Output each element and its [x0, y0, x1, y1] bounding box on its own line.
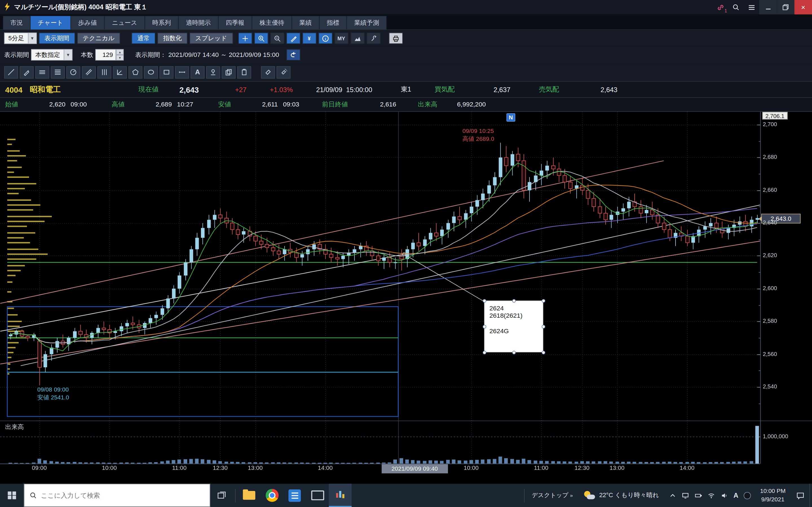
desktop-toolbar[interactable]: デスクトップ»	[527, 492, 578, 499]
draw-tool-segment[interactable]	[175, 66, 189, 78]
period-mode-select[interactable]: 本数指定 ▼	[31, 49, 72, 60]
taskbar-app-explorer[interactable]	[238, 484, 260, 507]
ime-indicator[interactable]: A	[733, 492, 738, 499]
tab-tick[interactable]: 歩み値	[71, 16, 105, 30]
resize-handle[interactable]	[483, 351, 486, 354]
draw-tool-ellipse[interactable]	[144, 66, 158, 78]
draw-tool-text[interactable]: A	[191, 66, 205, 78]
drawing-note-box[interactable]: 2624 2618(2621) 2624G	[484, 300, 543, 352]
reset-period-button[interactable]	[287, 49, 301, 60]
resize-handle[interactable]	[483, 325, 486, 328]
tray-expand-icon[interactable]	[669, 492, 677, 499]
start-button[interactable]	[0, 484, 24, 507]
battery-icon[interactable]	[695, 492, 703, 499]
draw-tool-vertical-lines[interactable]	[97, 66, 111, 78]
price-chart-canvas[interactable]	[0, 112, 812, 475]
taskbar-search[interactable]	[24, 484, 210, 507]
tab-news[interactable]: ニュース	[105, 16, 145, 30]
news-marker[interactable]: N	[506, 113, 515, 121]
taskbar-app-capture[interactable]	[306, 484, 329, 507]
normal-button[interactable]: 通常	[132, 33, 155, 44]
draw-tool-pencil[interactable]	[20, 66, 34, 78]
count-value[interactable]: 129	[95, 49, 116, 60]
close-button[interactable]: ×	[795, 0, 812, 14]
zoom-out-button[interactable]	[270, 33, 284, 44]
taskbar-clock[interactable]: 10:00 PM 9/9/2021	[755, 487, 791, 503]
resize-handle[interactable]	[542, 351, 545, 354]
timeframe-select[interactable]: 5分足 ▼	[4, 33, 37, 44]
menu-icon[interactable]	[744, 0, 759, 14]
draw-tool-clear-all[interactable]	[276, 66, 291, 78]
display-icon[interactable]	[682, 492, 690, 499]
resize-handle[interactable]	[512, 351, 516, 354]
search-input[interactable]	[41, 492, 204, 499]
indexed-button[interactable]: 指数化	[158, 33, 188, 44]
resize-handle[interactable]	[542, 299, 545, 303]
info-button[interactable]	[318, 33, 333, 44]
tab-disclosure[interactable]: 適時開示	[179, 16, 218, 30]
plus-button[interactable]	[238, 33, 252, 44]
tab-chart[interactable]: チャート	[31, 16, 71, 30]
taskbar-app-chrome[interactable]	[260, 484, 283, 507]
draw-tool-copy[interactable]	[221, 66, 236, 78]
resize-handle[interactable]	[483, 299, 486, 303]
technical-button[interactable]: テクニカル	[77, 33, 120, 44]
action-center-icon[interactable]	[791, 484, 809, 507]
minimize-button[interactable]	[759, 0, 777, 14]
taskbar-app-document[interactable]	[283, 484, 306, 507]
tray-app-icon[interactable]	[744, 492, 751, 499]
draw-tool-trendline[interactable]	[4, 66, 18, 78]
draw-tool-icon-stamp[interactable]	[206, 66, 220, 78]
high-time: 10:27	[177, 101, 193, 108]
task-view-button[interactable]	[210, 484, 233, 507]
draw-tool-gauge[interactable]	[66, 66, 80, 78]
tab-shikiho[interactable]: 四季報	[218, 16, 252, 30]
display-period-button[interactable]: 表示期間	[39, 33, 75, 44]
step-up-icon[interactable]: ▲	[116, 49, 124, 55]
pen-button[interactable]	[286, 33, 300, 44]
draw-tool-hline-multi[interactable]	[51, 66, 65, 78]
speaker-icon[interactable]	[721, 492, 728, 499]
step-down-icon[interactable]: ▼	[116, 55, 124, 61]
wrench-button[interactable]	[366, 33, 380, 44]
top-price-tag: 2,706.1	[762, 112, 788, 120]
yen-button[interactable]: ¥	[302, 33, 316, 44]
print-button[interactable]	[389, 33, 403, 44]
draw-tool-angle[interactable]	[113, 66, 127, 78]
draw-tool-pentagon[interactable]	[129, 66, 143, 78]
draw-tool-rectangle[interactable]	[160, 66, 174, 78]
resize-handle[interactable]	[542, 325, 545, 328]
draw-tool-eraser[interactable]	[261, 66, 275, 78]
draw-tool-hline-set[interactable]	[35, 66, 49, 78]
tab-timeseries[interactable]: 時系列	[145, 16, 179, 30]
overflow-chevron[interactable]: »	[570, 493, 573, 498]
weather-text: 22°C くもり時々晴れ	[599, 491, 659, 500]
weather-widget[interactable]: 22°C くもり時々晴れ	[578, 491, 665, 500]
chevron-down-icon[interactable]: ▼	[28, 33, 36, 44]
spread-button[interactable]: スプレッド	[190, 33, 233, 44]
chrome-icon	[265, 489, 278, 502]
tab-market[interactable]: 市況	[3, 16, 31, 30]
taskbar-app-trading-active[interactable]	[329, 484, 352, 507]
tab-bar: 市況チャート歩み値ニュース時系列適時開示四季報株主優待業績指標業績予測	[0, 14, 812, 30]
draw-tool-paste[interactable]	[237, 66, 251, 78]
app: マルチツール(個別銘柄) 4004 昭和電工 東１ 1 × 市況チャート歩み値ニ…	[0, 0, 812, 507]
maximize-button[interactable]	[777, 0, 794, 14]
zoom-in-button[interactable]	[254, 33, 268, 44]
channel-icon	[85, 68, 93, 76]
area-chart-button[interactable]	[350, 33, 364, 44]
search-icon[interactable]	[728, 0, 744, 14]
tab-indicators[interactable]: 指標	[319, 16, 347, 30]
tab-forecast[interactable]: 業績予測	[347, 16, 387, 30]
count-stepper[interactable]: 129 ▲▼	[95, 49, 124, 60]
tab-results[interactable]: 業績	[292, 16, 319, 30]
draw-tool-channel[interactable]	[82, 66, 96, 78]
chevron-down-icon[interactable]: ▼	[64, 50, 72, 60]
link-icon[interactable]: 1	[712, 0, 728, 14]
resize-handle[interactable]	[512, 299, 516, 303]
my-button[interactable]: MY	[335, 33, 349, 44]
y-axis-label: 2,620	[763, 252, 777, 258]
tab-benefit[interactable]: 株主優待	[252, 16, 292, 30]
show-desktop-button[interactable]	[809, 484, 812, 507]
wifi-icon[interactable]	[708, 492, 716, 499]
